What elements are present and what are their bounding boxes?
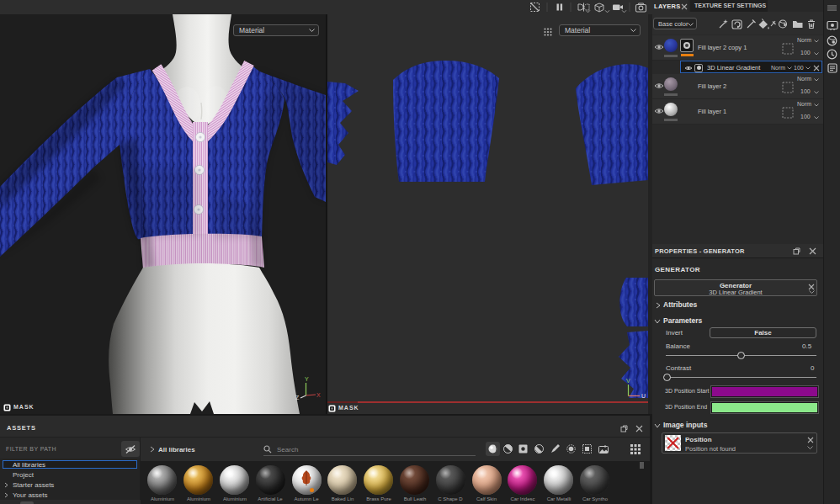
svg-text:V: V <box>626 378 630 384</box>
svg-text:Y: Y <box>305 376 309 382</box>
svg-text:U: U <box>641 393 646 399</box>
svg-text:X: X <box>316 392 321 398</box>
svg-text:Z: Z <box>295 395 300 401</box>
